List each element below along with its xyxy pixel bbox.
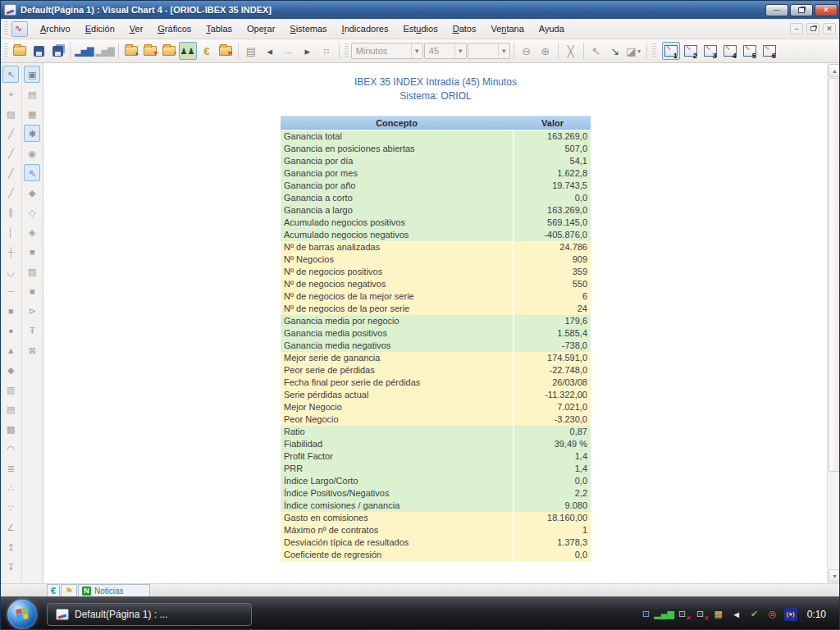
network-disconnected2-icon[interactable]: ⊡✕ [694, 608, 707, 621]
page-6-button[interactable]: ∿6 [760, 42, 778, 60]
ellipsis-button[interactable]: … [280, 42, 298, 60]
period-dropdown[interactable]: Minutos ▼ [351, 43, 423, 59]
compress-bars-button[interactable]: ╳ [562, 42, 580, 60]
menu-datos[interactable]: Datos [445, 21, 484, 36]
close-box-icon[interactable]: ⊠ [24, 341, 40, 358]
page-2-button[interactable]: ∿2 [682, 42, 700, 60]
mdi-restore-button[interactable] [806, 23, 819, 34]
rectangle-tool-icon[interactable]: ■ [2, 302, 19, 319]
pin-tool-icon[interactable]: ⌖ [2, 85, 19, 103]
menu-indicadores[interactable]: Indicadores [335, 21, 396, 36]
toolbar-grip-3[interactable] [345, 43, 349, 58]
properties-button[interactable]: ▤ [242, 42, 260, 60]
menu-estudios[interactable]: Estudios [395, 21, 445, 36]
close-button[interactable]: ✕ [815, 4, 838, 16]
tab-euro[interactable]: € [47, 584, 60, 596]
camera-tool-icon[interactable]: ◉ [24, 144, 40, 162]
volume-icon[interactable]: ◄ [730, 608, 743, 621]
zoom-in-button[interactable]: ⊕ [536, 42, 555, 60]
chart-disabled-button[interactable]: ▂▅▇ [94, 42, 114, 60]
menu-sistemas[interactable]: Sistemas [282, 21, 334, 36]
objects-tool-icon[interactable]: ✱ [24, 125, 40, 142]
start-button[interactable] [7, 600, 37, 629]
chart-window-icon[interactable] [11, 21, 28, 37]
open-page-button[interactable]: ▪ [160, 42, 178, 60]
taskbar-app-button[interactable]: Default(Página 1) : ... [47, 603, 252, 626]
menu-ayuda[interactable]: Ayuda [532, 21, 572, 36]
menu-edicin[interactable]: Edición [78, 21, 122, 36]
diamond-half-icon[interactable]: ◈ [24, 223, 40, 240]
pattern-block-icon[interactable]: ▨ [24, 262, 40, 280]
open-button[interactable] [11, 42, 29, 60]
horizontal-line-tool-icon[interactable]: ─ [2, 282, 19, 299]
new-chart-button[interactable]: ▂▅▇ [74, 42, 94, 60]
diamond-outline-icon[interactable]: ◇ [24, 203, 40, 221]
triangle-tool-icon[interactable]: ▲ [2, 341, 19, 358]
arc-tool-icon[interactable]: ◠ [2, 440, 19, 457]
toolbar-grip-4[interactable] [652, 43, 656, 58]
menu-tablas[interactable]: Tablas [199, 21, 240, 36]
zoom-out-button[interactable]: ⊖ [518, 42, 536, 60]
grid-lines-tool-icon[interactable]: ▤ [2, 400, 19, 418]
page-3-button[interactable]: ∿3 [701, 42, 719, 60]
vertical-line-tool-icon[interactable]: │ [2, 223, 19, 240]
tab-alerts[interactable]: ⚑ [61, 584, 77, 596]
cross-tool-icon[interactable]: ┼ [2, 243, 19, 260]
systems-stats-button[interactable]: ♟♟ [179, 42, 197, 60]
link-nodes-button[interactable]: ∷ [317, 42, 336, 60]
device-icon[interactable]: ▦ [712, 608, 725, 621]
save-all-button[interactable] [48, 42, 66, 60]
layers-tool-icon[interactable]: ▤ [24, 85, 40, 103]
diamond-tool-icon[interactable]: ◆ [2, 361, 19, 378]
prompt-icon[interactable]: ⊳ [24, 302, 40, 319]
mdi-close-button[interactable]: ✕ [823, 23, 836, 34]
page-1-button[interactable]: ∿1 [662, 42, 680, 60]
open-chart-button[interactable]: ▴ [122, 42, 140, 60]
export-button[interactable]: ➤ [217, 42, 235, 60]
angle-tool-icon[interactable]: ∠ [2, 518, 19, 536]
antivirus-icon[interactable]: ◎ [766, 608, 779, 621]
trendline2-tool-icon[interactable]: ╱ [2, 144, 19, 162]
trendline3-tool-icon[interactable]: ╱ [2, 164, 19, 181]
ellipse-tool-icon[interactable]: ● [2, 322, 19, 339]
vertical-scrollbar[interactable]: ▲ ▼ [827, 63, 840, 583]
compression-dropdown[interactable]: 45 ▼ [424, 43, 467, 59]
parallel-lines-tool-icon[interactable]: ∥ [2, 203, 19, 221]
trendline4-tool-icon[interactable]: ╱ [2, 184, 19, 201]
arrow-down-tool-icon[interactable]: ↧ [2, 558, 19, 575]
tab-noticias[interactable]: N Noticias [78, 584, 150, 596]
pointer-mode-button[interactable]: ↖ [587, 42, 605, 60]
scroll-up-icon[interactable]: ▲ [829, 64, 840, 77]
tstat-icon[interactable]: Ŧ [24, 322, 40, 339]
grid-tool-icon[interactable]: ▦ [24, 105, 40, 122]
minimize-button[interactable]: — [765, 4, 788, 16]
toolbar-grip-2[interactable] [4, 43, 8, 58]
eraser-button[interactable]: ◪▼ [625, 42, 643, 60]
window-tool-icon[interactable]: ▣ [24, 66, 40, 83]
pattern-tool-icon[interactable]: ▨ [2, 105, 19, 122]
block-icon[interactable]: ■ [24, 243, 40, 260]
trendline-tool-icon[interactable]: ╱ [2, 125, 19, 142]
menu-operar[interactable]: Operar [240, 21, 282, 36]
toolbar-grip[interactable] [4, 21, 8, 36]
diamond-solid-icon[interactable]: ◆ [24, 184, 40, 201]
next-button[interactable]: ▸ [299, 42, 317, 60]
channel-tool-icon[interactable]: ▥ [2, 381, 19, 398]
network-disconnected-icon[interactable]: ⊡✕ [676, 608, 689, 621]
wireless-icon[interactable]: (●) [784, 608, 797, 621]
menu-ver[interactable]: Ver [122, 21, 151, 36]
select-mode-button[interactable]: ↘ [606, 42, 624, 60]
menu-archivo[interactable]: Archivo [33, 21, 78, 36]
scroll-down-icon[interactable]: ▼ [829, 569, 840, 582]
units-dropdown[interactable]: ▼ [468, 43, 510, 59]
scatter-tool-icon[interactable]: ∴ [2, 479, 19, 496]
prev-button[interactable]: ◂ [261, 42, 279, 60]
select-box-tool-icon[interactable]: ⇖ [24, 164, 40, 181]
curve-tool-icon[interactable]: ◡ [2, 262, 19, 280]
block2-icon[interactable]: ■ [24, 282, 40, 299]
restore-button[interactable] [790, 4, 813, 16]
regression-tool-icon[interactable]: ∵ [2, 499, 19, 516]
trading-access-button[interactable]: € [198, 42, 216, 60]
page-4-button[interactable]: ∿4 [721, 42, 739, 60]
updates-icon[interactable]: ✔ [748, 608, 761, 621]
